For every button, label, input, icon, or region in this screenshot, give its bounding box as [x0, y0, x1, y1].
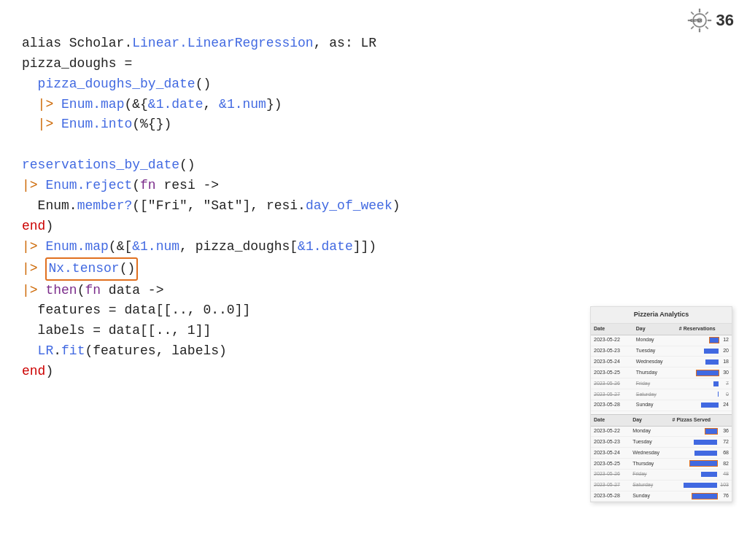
cell-day: Wednesday — [633, 357, 676, 368]
cell-date: 2023-05-25 — [591, 368, 633, 378]
cell-day: Friday — [630, 469, 669, 480]
code-line-14: features = data[[.., 0..0]] — [22, 303, 250, 317]
cell-value: 72 — [670, 437, 732, 448]
col-day-1: Day — [633, 324, 676, 335]
table-row: 2023-05-24Wednesday68 — [591, 448, 732, 459]
cell-value: 12 — [676, 335, 732, 346]
code-line-10: end) — [22, 219, 53, 233]
col-date-1: Date — [591, 324, 633, 335]
table-row: 2023-05-23Tuesday72 — [591, 437, 732, 448]
code-line-12: |> Nx.tensor() — [22, 261, 138, 276]
code-content: alias Scholar.Linear.LinearRegression, a… — [0, 0, 747, 416]
cell-date: 2023-05-26 — [591, 469, 630, 480]
cell-day: Thursday — [630, 459, 669, 470]
code-line-1: alias Scholar.Linear.LinearRegression, a… — [22, 36, 376, 50]
table-row: 2023-05-22Monday12 — [591, 335, 732, 346]
cell-day: Monday — [633, 335, 676, 346]
cell-date: 2023-05-25 — [591, 459, 630, 470]
code-line-blank — [22, 137, 30, 152]
col-pizzas: # Pizzas Served — [670, 414, 732, 426]
cell-date: 2023-05-27 — [591, 389, 633, 400]
table-row: 2023-05-23Tuesday20 — [591, 346, 732, 357]
analytics-panel: Pizzeria Analytics Date Day # Reservatio… — [590, 306, 732, 502]
code-line-17: end) — [22, 364, 53, 378]
cell-day: Tuesday — [630, 437, 669, 448]
cell-day: Wednesday — [630, 448, 669, 459]
cell-value: 20 — [676, 346, 732, 357]
cell-value: 82 — [670, 459, 732, 470]
cell-day: Friday — [633, 378, 676, 389]
col-date-2: Date — [591, 414, 630, 426]
cell-date: 2023-05-28 — [591, 491, 630, 502]
cell-value: 68 — [670, 448, 732, 459]
pizzas-table: Date Day # Pizzas Served 2023-05-22Monda… — [591, 414, 732, 502]
table-row: 2023-05-24Wednesday18 — [591, 357, 732, 368]
cell-date: 2023-05-23 — [591, 437, 630, 448]
table-row: 2023-05-28Sunday24 — [591, 400, 732, 411]
cell-day: Monday — [630, 426, 669, 437]
nx-tensor-highlight: Nx.tensor() — [45, 257, 138, 281]
code-line-2: pizza_doughs = — [22, 56, 132, 71]
cell-value: 48 — [670, 469, 732, 480]
code-line-8: |> Enum.reject(fn resi -> — [22, 178, 219, 192]
cell-value: 103 — [670, 480, 732, 491]
cell-value: 76 — [670, 491, 732, 502]
code-line-3: pizza_doughs_by_date() — [22, 77, 211, 91]
cell-date: 2023-05-22 — [591, 335, 633, 346]
code-line-13: |> then(fn data -> — [22, 283, 163, 298]
code-line-15: labels = data[[.., 1]] — [22, 323, 211, 338]
table-row: 2023-05-25Thursday30 — [591, 368, 732, 378]
code-line-16: LR.fit(features, labels) — [22, 343, 227, 358]
cell-value: 24 — [676, 400, 732, 411]
cell-day: Sunday — [633, 400, 676, 411]
table-row: 2023-05-27Saturday103 — [591, 480, 732, 491]
table-row: 2023-05-25Thursday82 — [591, 459, 732, 470]
code-line-7: reservations_by_date() — [22, 158, 196, 172]
cell-date: 2023-05-24 — [591, 448, 630, 459]
table-row: 2023-05-28Sunday76 — [591, 491, 732, 502]
cell-date: 2023-05-23 — [591, 346, 633, 357]
cell-value: 7 — [676, 378, 732, 389]
cell-value: 36 — [670, 426, 732, 437]
table-row: 2023-05-26Friday7 — [591, 378, 732, 389]
analytics-title: Pizzeria Analytics — [591, 307, 732, 324]
table-row: 2023-05-26Friday48 — [591, 469, 732, 480]
cell-day: Thursday — [633, 368, 676, 378]
reservations-table: Date Day # Reservations 2023-05-22Monday… — [591, 324, 732, 411]
table-row: 2023-05-27Saturday0 — [591, 389, 732, 400]
cell-day: Sunday — [630, 491, 669, 502]
code-line-4: |> Enum.map(&{&1.date, &1.num}) — [22, 97, 282, 112]
code-line-11: |> Enum.map(&[&1.num, pizza_doughs[&1.da… — [22, 239, 376, 254]
cell-day: Saturday — [630, 480, 669, 491]
cell-date: 2023-05-27 — [591, 480, 630, 491]
cell-date: 2023-05-28 — [591, 400, 633, 411]
cell-date: 2023-05-26 — [591, 378, 633, 389]
table-row: 2023-05-22Monday36 — [591, 426, 732, 437]
cell-value: 30 — [676, 368, 732, 378]
cell-date: 2023-05-24 — [591, 357, 633, 368]
code-line-9: Enum.member?(["Fri", "Sat"], resi.day_of… — [22, 198, 400, 213]
cell-day: Tuesday — [633, 346, 676, 357]
col-reservations: # Reservations — [676, 324, 732, 335]
cell-value: 18 — [676, 357, 732, 368]
col-day-2: Day — [630, 414, 669, 426]
cell-day: Saturday — [633, 389, 676, 400]
code-line-5: |> Enum.into(%{}) — [22, 117, 171, 131]
cell-date: 2023-05-22 — [591, 426, 630, 437]
cell-value: 0 — [676, 389, 732, 400]
